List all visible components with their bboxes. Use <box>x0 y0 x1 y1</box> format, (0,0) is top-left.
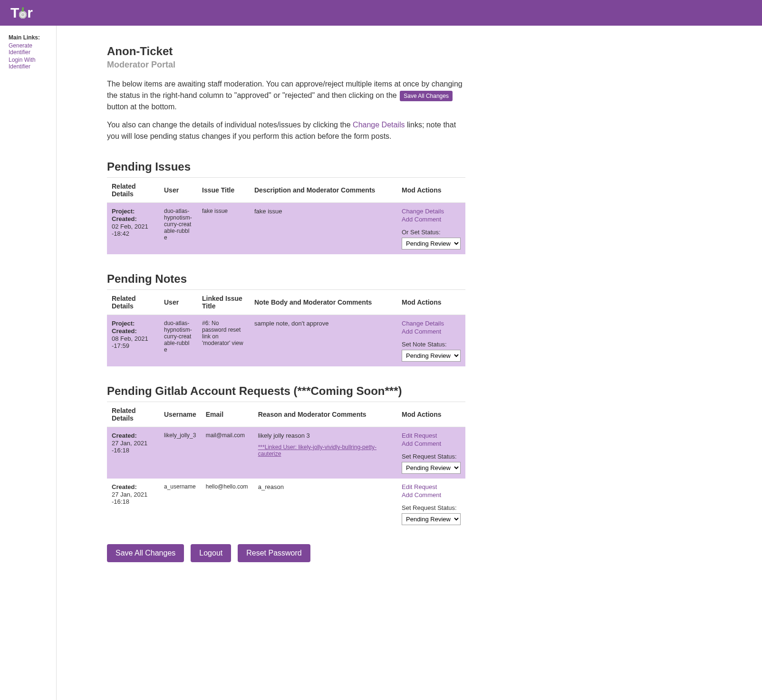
add-comment-link[interactable]: Add Comment <box>402 216 461 223</box>
status-label: Set Request Status: <box>402 453 461 460</box>
col-header-actions: Mod Actions <box>397 402 465 427</box>
request-row: Created: 27 Jan, 2021 -16:18 likely_joll… <box>107 427 465 479</box>
col-header-actions: Mod Actions <box>397 178 465 203</box>
page-title: Anon-Ticket <box>107 45 465 58</box>
request-details-cell: Created: 27 Jan, 2021 -16:18 <box>107 427 159 479</box>
created-date: 27 Jan, 2021 -16:18 <box>112 491 154 505</box>
sidebar-heading: Main Links: <box>9 34 52 41</box>
note-status-select[interactable]: Pending Review <box>402 350 461 362</box>
sidebar-link-login[interactable]: Login With Identifier <box>9 57 52 70</box>
request-status-select[interactable]: Pending Review <box>402 513 461 525</box>
pending-issues-heading: Pending Issues <box>107 160 465 173</box>
change-details-inline-link[interactable]: Change Details <box>353 121 405 129</box>
intro-block: The below items are awaiting staff moder… <box>107 78 465 142</box>
add-comment-link[interactable]: Add Comment <box>402 440 461 447</box>
pending-issues-table: Related Details User Issue Title Descrip… <box>107 177 465 254</box>
add-comment-link[interactable]: Add Comment <box>402 328 461 335</box>
top-bar: T r <box>0 0 762 26</box>
request-reason: likely jolly reason 3 <box>258 432 392 439</box>
created-label: Created: <box>112 432 137 439</box>
logout-button[interactable]: Logout <box>191 544 231 562</box>
col-header-username: Username <box>159 402 201 427</box>
request-email: mail@mail.com <box>201 427 253 479</box>
issue-user: duo-atlas-hypnotism-curry-creatable-rubb… <box>159 203 197 255</box>
col-header-linked-issue: Linked Issue Title <box>197 290 250 315</box>
sidebar-link-generate[interactable]: Generate Identifier <box>9 42 52 56</box>
request-row: Created: 27 Jan, 2021 -16:18 a_username … <box>107 479 465 530</box>
col-header-issue-title: Issue Title <box>197 178 250 203</box>
pending-requests-heading: Pending Gitlab Account Requests (***Comi… <box>107 384 465 398</box>
col-header-details: Related Details <box>107 290 159 315</box>
created-label: Created: <box>112 327 137 335</box>
col-header-note-body: Note Body and Moderator Comments <box>250 290 397 315</box>
status-label: Or Set Status: <box>402 229 461 236</box>
change-details-link[interactable]: Change Details <box>402 320 461 327</box>
issue-title: fake issue <box>197 203 250 255</box>
note-row: Project: Created: 08 Feb, 2021 -17:59 du… <box>107 315 465 367</box>
linked-user-link[interactable]: ***Linked User: likely-jolly-vividly-bul… <box>258 444 392 457</box>
table-header-row: Related Details User Linked Issue Title … <box>107 290 465 315</box>
col-header-reason: Reason and Moderator Comments <box>253 402 397 427</box>
intro-paragraph-2: You also can change the details of indiv… <box>107 119 465 142</box>
issue-status-select[interactable]: Pending Review <box>402 238 461 249</box>
logo-letter-r: r <box>27 5 32 21</box>
issue-row: Project: Created: 02 Feb, 2021 -18:42 du… <box>107 203 465 255</box>
pending-notes-heading: Pending Notes <box>107 272 465 286</box>
request-reason-cell: likely jolly reason 3 ***Linked User: li… <box>253 427 397 479</box>
request-details-cell: Created: 27 Jan, 2021 -16:18 <box>107 479 159 530</box>
col-header-actions: Mod Actions <box>397 290 465 315</box>
note-body: sample note, don't approve <box>250 315 397 367</box>
col-header-description: Description and Moderator Comments <box>250 178 397 203</box>
created-label: Created: <box>112 215 137 222</box>
intro-text-1b: button at the bottom. <box>107 103 177 111</box>
request-email: hello@hello.com <box>201 479 253 530</box>
tor-logo: T r <box>10 5 32 21</box>
issue-actions-cell: Change Details Add Comment Or Set Status… <box>397 203 465 255</box>
request-actions-cell: Edit Request Add Comment Set Request Sta… <box>397 479 465 530</box>
issue-description: fake issue <box>250 203 397 255</box>
page-subtitle: Moderator Portal <box>107 60 465 70</box>
request-actions-cell: Edit Request Add Comment Set Request Sta… <box>397 427 465 479</box>
project-label: Project: <box>112 208 135 215</box>
pending-requests-table: Related Details Username Email Reason an… <box>107 402 465 530</box>
note-linked-issue: #6: No password reset link on 'moderator… <box>197 315 250 367</box>
col-header-user: User <box>159 178 197 203</box>
reset-password-button[interactable]: Reset Password <box>238 544 310 562</box>
created-label: Created: <box>112 483 137 490</box>
request-username: likely_jolly_3 <box>159 427 201 479</box>
created-date: 27 Jan, 2021 -16:18 <box>112 440 154 454</box>
request-status-select[interactable]: Pending Review <box>402 462 461 474</box>
edit-request-link[interactable]: Edit Request <box>402 483 461 490</box>
action-buttons-row: Save All Changes Logout Reset Password <box>107 544 465 562</box>
pending-notes-table: Related Details User Linked Issue Title … <box>107 289 465 366</box>
col-header-details: Related Details <box>107 402 159 427</box>
save-all-inline-button[interactable]: Save All Changes <box>400 91 453 101</box>
sidebar: Main Links: Generate Identifier Login Wi… <box>0 26 57 700</box>
table-header-row: Related Details User Issue Title Descrip… <box>107 178 465 203</box>
status-label: Set Note Status: <box>402 341 461 348</box>
project-label: Project: <box>112 320 135 327</box>
note-actions-cell: Change Details Add Comment Set Note Stat… <box>397 315 465 367</box>
note-user: duo-atlas-hypnotism-curry-creatable-rubb… <box>159 315 197 367</box>
logo-letter-t: T <box>10 5 19 21</box>
status-label: Set Request Status: <box>402 504 461 511</box>
created-date: 02 Feb, 2021 -18:42 <box>112 223 154 237</box>
main-content: Anon-Ticket Moderator Portal The below i… <box>57 26 560 700</box>
request-username: a_username <box>159 479 201 530</box>
save-all-button[interactable]: Save All Changes <box>107 544 184 562</box>
add-comment-link[interactable]: Add Comment <box>402 491 461 499</box>
edit-request-link[interactable]: Edit Request <box>402 432 461 439</box>
onion-icon <box>19 7 27 19</box>
intro-text-2a: You also can change the details of indiv… <box>107 121 351 129</box>
table-header-row: Related Details Username Email Reason an… <box>107 402 465 427</box>
note-details-cell: Project: Created: 08 Feb, 2021 -17:59 <box>107 315 159 367</box>
intro-paragraph-1: The below items are awaiting staff moder… <box>107 78 465 113</box>
issue-details-cell: Project: Created: 02 Feb, 2021 -18:42 <box>107 203 159 255</box>
created-date: 08 Feb, 2021 -17:59 <box>112 335 154 349</box>
col-header-user: User <box>159 290 197 315</box>
col-header-email: Email <box>201 402 253 427</box>
request-reason: a_reason <box>253 479 397 530</box>
change-details-link[interactable]: Change Details <box>402 208 461 215</box>
col-header-details: Related Details <box>107 178 159 203</box>
